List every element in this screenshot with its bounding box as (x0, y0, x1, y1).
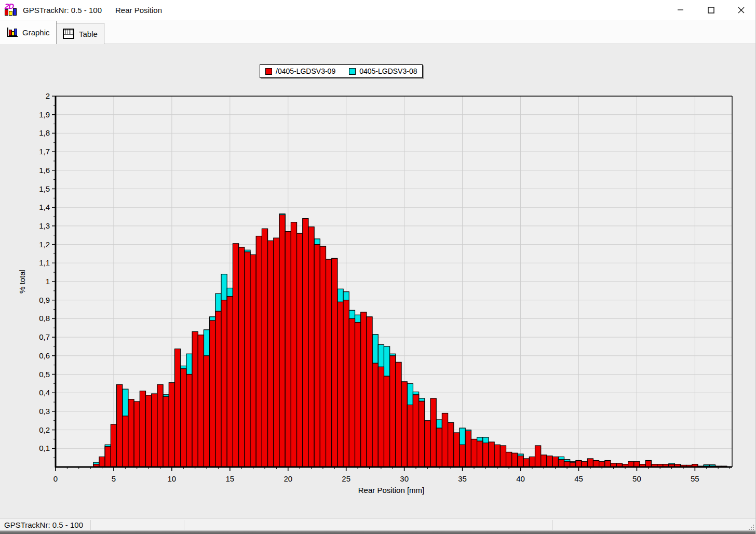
histogram-bar (227, 297, 233, 467)
histogram-bar (140, 391, 145, 467)
y-tick-label: 0,6 (39, 351, 50, 360)
status-divider (552, 520, 553, 530)
histogram-bar (152, 394, 157, 467)
status-divider (184, 520, 184, 530)
histogram-bar (518, 456, 523, 467)
histogram-bar (303, 219, 308, 467)
x-tick-label: 45 (574, 474, 583, 483)
x-tick-label: 5 (112, 474, 116, 483)
app-icon: 2D (4, 3, 18, 17)
histogram-bar (576, 461, 582, 467)
histogram-bar (430, 398, 436, 467)
histogram-bar (186, 375, 192, 468)
y-tick-label: 1,3 (39, 221, 50, 230)
histogram-bar (494, 445, 500, 467)
status-bar: GPSTrackNr: 0.5 - 100 (0, 518, 756, 531)
histogram-bar (419, 401, 425, 467)
x-tick-label: 30 (400, 474, 409, 483)
histogram-bar (117, 384, 123, 467)
histogram-bar (558, 460, 564, 467)
histogram-bar (529, 457, 535, 467)
histogram-bar (215, 311, 221, 467)
histogram-bar (274, 238, 279, 467)
histogram-bar (605, 461, 611, 467)
y-tick-label: 0,7 (39, 332, 50, 341)
histogram-bar (442, 413, 448, 467)
y-tick-label: 1,6 (39, 166, 50, 175)
histogram-bar (128, 399, 134, 467)
histogram-bar (105, 447, 111, 467)
histogram-bar (320, 246, 326, 467)
y-tick-label: 1 (46, 277, 50, 286)
chart-canvas[interactable]: 21,91,81,71,61,51,41,31,21,110,90,80,70,… (0, 44, 756, 518)
window-title-left: GPSTrackNr: 0.5 - 100 (23, 6, 102, 15)
histogram-bar (599, 461, 605, 467)
histogram-bar (489, 442, 494, 467)
histogram-bar (355, 323, 360, 467)
x-tick-label: 20 (284, 474, 292, 483)
histogram-bar (564, 461, 570, 467)
histogram-bar (425, 421, 430, 467)
histogram-bar (413, 395, 419, 467)
close-button[interactable] (726, 0, 756, 20)
bar-chart-icon (6, 28, 18, 38)
legend-label-cyan: 0405-LGDSV3-08 (359, 67, 417, 75)
y-axis-title: % total (18, 270, 26, 293)
histogram-bar (390, 356, 396, 467)
x-tick-label: 40 (516, 474, 525, 483)
histogram-bar (628, 461, 634, 467)
maximize-icon (708, 7, 714, 14)
chart-legend: /0405-LGDSV3-09 0405-LGDSV3-08 (260, 64, 423, 78)
window-title: GPSTrackNr: 0.5 - 100Rear Position (23, 6, 162, 15)
histogram-bar (547, 456, 552, 467)
tab-graphic-label: Graphic (22, 28, 50, 37)
maximize-button[interactable] (696, 0, 726, 20)
tab-strip: Graphic Table (0, 20, 756, 44)
y-tick-label: 1,4 (39, 203, 50, 211)
histogram-bar (343, 300, 349, 467)
histogram-bar (582, 461, 587, 467)
histogram-bar (174, 349, 180, 467)
minimize-button[interactable] (666, 0, 696, 20)
histogram-bar (163, 396, 169, 467)
histogram-bar (349, 318, 355, 467)
window-bottom-edge (0, 530, 756, 534)
resize-grip[interactable] (747, 523, 754, 530)
histogram-bar (262, 229, 267, 467)
y-tick-label: 1,5 (39, 184, 50, 193)
legend-swatch-red (265, 68, 272, 75)
x-tick-label: 50 (632, 474, 641, 483)
histogram-bar (291, 222, 296, 467)
x-tick-label: 10 (168, 474, 177, 483)
histogram-bar (157, 384, 163, 467)
tab-table[interactable]: Table (56, 23, 104, 44)
histogram-bar (123, 416, 128, 467)
histogram-bar (169, 383, 174, 467)
y-tick-label: 0,1 (39, 444, 50, 452)
histogram-bar (308, 227, 314, 467)
histogram-bar (541, 455, 547, 467)
histogram-bar (454, 433, 460, 467)
histogram-bar (460, 445, 465, 467)
histogram-bar (396, 362, 401, 467)
histogram-bar (245, 252, 250, 467)
histogram-bar (279, 215, 285, 467)
histogram-bar (535, 446, 541, 467)
histogram-bar (367, 317, 372, 467)
histogram-bar (332, 258, 338, 467)
histogram-bar (146, 395, 152, 467)
y-tick-label: 1,2 (39, 240, 50, 249)
histogram-bar (256, 236, 262, 467)
chart-pane: /0405-LGDSV3-09 0405-LGDSV3-08 21,91,81,… (0, 44, 756, 518)
histogram-bar (338, 302, 343, 467)
histogram-bar (407, 405, 413, 467)
histogram-bar (378, 367, 384, 467)
histogram-bar (285, 232, 291, 467)
tab-graphic[interactable]: Graphic (0, 21, 57, 44)
x-tick-label: 35 (458, 474, 467, 483)
histogram-bar (233, 244, 238, 467)
histogram-bar (436, 428, 442, 467)
histogram-bar (448, 422, 454, 467)
histogram-bar (634, 461, 640, 467)
histogram-bar (500, 446, 506, 467)
